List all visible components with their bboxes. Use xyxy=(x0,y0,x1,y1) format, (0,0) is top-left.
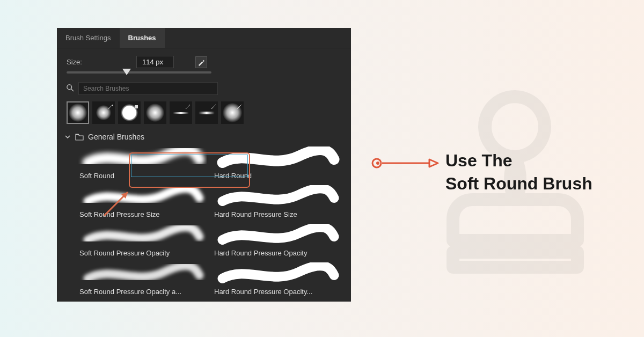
instruction-text: Use The Soft Round Brush xyxy=(445,149,592,195)
brush-soft-round[interactable]: Soft Round xyxy=(78,146,207,180)
svg-line-1 xyxy=(71,89,74,91)
recent-brush-3[interactable] xyxy=(118,101,141,124)
brush-label: Hard Round Pressure Opacity xyxy=(213,249,341,257)
brush-grid: Soft Round Hard Round Soft Round Pressur… xyxy=(57,144,351,302)
folder-label: General Brushes xyxy=(88,133,144,141)
brush-hard-round-pressure-opacity-flow[interactable]: Hard Round Pressure Opacity... xyxy=(213,262,341,296)
brush-hard-round-pressure-opacity[interactable]: Hard Round Pressure Opacity xyxy=(213,224,341,257)
brush-label: Hard Round Pressure Size xyxy=(213,210,341,218)
brush-soft-round-pressure-opacity[interactable]: Soft Round Pressure Opacity xyxy=(78,224,207,257)
pressure-badge-icon xyxy=(185,103,191,108)
recent-brush-4[interactable] xyxy=(144,101,166,124)
svg-point-5 xyxy=(372,159,381,167)
size-row: Size: 114 px xyxy=(57,48,351,70)
svg-rect-2 xyxy=(135,105,138,108)
recent-brush-1[interactable] xyxy=(67,101,89,124)
svg-point-0 xyxy=(67,84,72,89)
brush-soft-round-pressure-size[interactable]: Soft Round Pressure Size xyxy=(78,185,207,218)
chevron-down-icon xyxy=(64,134,71,140)
svg-marker-8 xyxy=(429,159,438,167)
brush-label: Soft Round Pressure Opacity xyxy=(78,249,207,257)
brush-label: Soft Round xyxy=(78,172,207,180)
recent-brush-7[interactable] xyxy=(221,101,244,124)
recent-brush-2[interactable] xyxy=(92,101,115,124)
search-input[interactable] xyxy=(78,82,218,95)
size-value-field[interactable]: 114 px xyxy=(136,56,174,68)
brush-label: Hard Round xyxy=(213,172,341,180)
pressure-badge-icon xyxy=(211,103,216,108)
brush-hard-round[interactable]: Hard Round xyxy=(213,146,341,180)
recent-brush-6[interactable] xyxy=(195,101,218,124)
size-slider[interactable] xyxy=(57,70,351,79)
pressure-badge-icon xyxy=(134,103,139,108)
folder-icon xyxy=(75,133,84,141)
tab-brush-settings[interactable]: Brush Settings xyxy=(57,28,120,48)
recent-brush-5[interactable] xyxy=(170,101,192,124)
panel-tabs: Brush Settings Brushes xyxy=(57,28,351,48)
svg-point-6 xyxy=(376,162,379,165)
brush-hard-round-pressure-size[interactable]: Hard Round Pressure Size xyxy=(213,185,341,218)
tab-brushes[interactable]: Brushes xyxy=(120,28,165,48)
instruction-line-1: Use The xyxy=(445,149,592,172)
search-row xyxy=(57,79,351,98)
pressure-badge-icon xyxy=(108,103,113,108)
brush-soft-round-pressure-opacity-flow[interactable]: Soft Round Pressure Opacity a... xyxy=(78,262,207,296)
instruction-line-2: Soft Round Brush xyxy=(445,172,592,195)
brushes-panel: Brush Settings Brushes Size: 114 px Gene… xyxy=(57,28,351,302)
recent-brushes-row xyxy=(57,98,351,129)
callout-connector-icon xyxy=(370,157,440,170)
slider-thumb-icon[interactable] xyxy=(122,69,131,75)
brush-label: Soft Round Pressure Opacity a... xyxy=(78,288,207,296)
brush-label: Hard Round Pressure Opacity... xyxy=(213,288,341,296)
brush-label: Soft Round Pressure Size xyxy=(78,210,207,218)
pressure-badge-icon xyxy=(237,103,242,108)
search-icon xyxy=(67,84,74,93)
size-label: Size: xyxy=(67,58,120,66)
folder-general-brushes[interactable]: General Brushes xyxy=(57,129,351,144)
brush-preview-toggle-icon[interactable] xyxy=(195,56,207,68)
